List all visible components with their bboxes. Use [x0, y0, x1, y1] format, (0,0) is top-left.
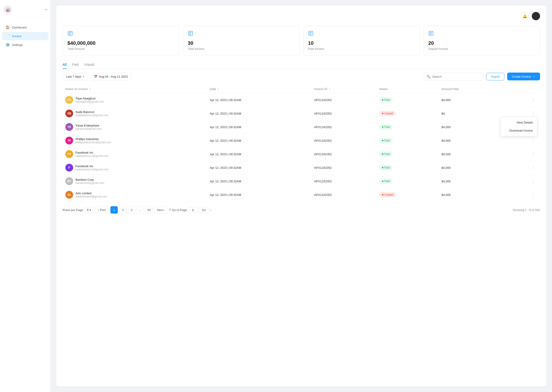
tab-all[interactable]: All	[63, 61, 67, 69]
status-badge: Paid	[379, 138, 392, 143]
page-btn-50[interactable]: 50	[145, 206, 153, 214]
status-badge: Paid	[379, 125, 392, 130]
search-wrap: 🔍	[424, 73, 483, 80]
cell-invoice-id: APX1242352	[311, 188, 376, 202]
rows-select[interactable]: 8 ▾	[84, 207, 94, 213]
goto-input[interactable]	[188, 207, 197, 213]
status-dot	[382, 194, 383, 196]
stat-icon-total-invoice	[188, 31, 295, 37]
chevron-down-icon: ▾	[89, 208, 91, 212]
tab-unpaid[interactable]: Unpaid	[84, 61, 94, 69]
more-options-button[interactable]: ⋮	[530, 137, 537, 144]
row-name-text: Facebook Inc	[75, 164, 108, 168]
sidebar-item-settings[interactable]: ⚙️ Settings	[2, 41, 49, 49]
cell-status: Paid	[377, 147, 439, 161]
stat-value-unpaid-invoice: 20	[428, 40, 535, 46]
row-email: ttaiyegbusi@gmail.com	[75, 100, 104, 103]
chevron-left-icon: ‹	[98, 208, 99, 212]
sidebar-item-label: Dashboard	[12, 26, 27, 29]
goto-chevron-right-icon: ›	[210, 208, 211, 212]
search-input[interactable]	[424, 73, 483, 80]
download-invoice-item[interactable]: Download Invoice	[501, 126, 537, 135]
page-btn-2[interactable]: 2	[119, 206, 126, 214]
cell-invoice-id: APX1242352	[311, 147, 376, 161]
status-dot	[382, 154, 383, 155]
stat-card-total-amount: $40,000,000 Total Amount	[63, 26, 179, 55]
row-name-text: Arto Limited	[75, 191, 107, 195]
rows-select-value: 8	[87, 208, 88, 212]
view-details-item[interactable]: View Details	[501, 119, 537, 126]
calendar-icon: 📅	[94, 75, 98, 78]
create-invoice-button[interactable]: Create Invoice ＋	[507, 73, 540, 80]
cell-name: TA Tope Aiyegbusi ttaiyegbusi@gmail.com	[63, 93, 207, 107]
stat-value-paid-invoice: 10	[308, 40, 415, 46]
go-button[interactable]: Go	[199, 207, 209, 213]
date-filter-button[interactable]: Last 7 days ▾	[63, 73, 88, 80]
notification-button[interactable]: 🔔	[521, 12, 529, 20]
row-name-text: Facebook Inc	[75, 151, 108, 154]
cell-amount: $4,000	[439, 147, 502, 161]
more-options-button[interactable]: ⋮	[530, 151, 537, 158]
invoice-table-wrap: Name on Invoice ⇅ Date ⇅ Invoice ID ⇅ St…	[63, 85, 540, 202]
cell-name: YE Yaraa Enterprises yaraaent@gmail.com	[63, 120, 207, 134]
cell-status: Paid	[377, 161, 439, 175]
row-name-text: Sade Basorun	[75, 110, 108, 114]
cell-menu: ⋮ View Details Download Invoice	[502, 107, 540, 120]
stat-value-total-amount: $40,000,000	[67, 40, 174, 46]
row-name-text: Yaraa Enterprises	[75, 124, 102, 127]
sidebar-item-invoice[interactable]: 📄 Invoice ›	[2, 32, 49, 40]
stat-label-paid-invoice: Paid Invoice	[308, 47, 415, 50]
cell-amount: $4,000	[439, 175, 502, 188]
row-avatar: PI	[65, 137, 73, 144]
row-email: artolimitedintl@gmail.com	[75, 195, 107, 198]
more-options-button[interactable]: ⋮	[530, 178, 537, 185]
rows-per-page: Rows per Page 8 ▾	[63, 207, 94, 213]
cell-name: AL Arto Limited artolimitedintl@gmail.co…	[63, 188, 207, 202]
row-name: FB Facebook Inc sadebashorun@gmail.com	[65, 150, 204, 158]
status-dot	[382, 167, 383, 168]
cell-amount: $4,000	[439, 134, 502, 147]
invoice-table: Name on Invoice ⇅ Date ⇅ Invoice ID ⇅ St…	[63, 85, 540, 202]
row-name-text: Tope Aiyegbusi	[75, 97, 104, 100]
stat-card-unpaid-invoice: 20 Unpaid Invoice	[423, 26, 540, 55]
col-status: Status	[377, 85, 439, 93]
more-options-button[interactable]: ⋮	[530, 191, 537, 198]
table-row: BC Bamboo Corp bamboointl@gmail.com Apr …	[63, 175, 540, 188]
status-badge: Paid	[379, 179, 392, 184]
more-options-button[interactable]: ⋮	[530, 97, 537, 103]
more-options-button[interactable]: ⋮	[530, 110, 537, 117]
tab-paid[interactable]: Paid	[72, 61, 79, 69]
stat-icon-paid-invoice	[308, 31, 415, 37]
cell-name: BC Bamboo Corp bamboointl@gmail.com	[63, 175, 207, 188]
stat-value-total-invoice: 30	[188, 40, 295, 46]
brand-header[interactable]: 🏭 ▾	[0, 4, 50, 18]
date-range-button[interactable]: 📅 Aug 04 - Aug 11 2023	[90, 73, 131, 80]
more-options-button[interactable]: ⋮	[530, 164, 537, 171]
stat-label-unpaid-invoice: Unpaid Invoice	[428, 47, 535, 50]
status-badge: Unpaid	[379, 192, 396, 197]
table-row: AL Arto Limited artolimitedintl@gmail.co…	[63, 188, 540, 202]
create-invoice-label: Create Invoice	[512, 75, 531, 78]
user-avatar-button[interactable]	[532, 12, 540, 20]
status-dot	[382, 126, 383, 128]
status-badge: Paid	[379, 97, 392, 102]
date-range-label: Aug 04 - Aug 11 2023	[99, 75, 128, 78]
next-button[interactable]: Next ›	[154, 207, 168, 213]
chevron-right-icon: ›	[44, 35, 45, 37]
page-btn-1[interactable]: 1	[110, 206, 118, 214]
row-avatar: YE	[65, 123, 73, 131]
search-icon: 🔍	[426, 75, 430, 78]
stat-icon-total-amount	[67, 31, 174, 37]
row-email: sadebashorun@gmail.com	[75, 168, 108, 171]
import-button[interactable]: Import	[486, 73, 504, 80]
content-card: 🔔 $40,000,000 Total Amount	[56, 6, 546, 386]
cell-date: Apr 12, 2023 | 09:32AM	[207, 147, 312, 161]
page-header: 🔔	[63, 12, 540, 20]
col-date: Date ⇅	[207, 85, 312, 93]
stat-card-paid-invoice: 10 Paid Invoice	[303, 26, 420, 55]
row-name: YE Yaraa Enterprises yaraaent@gmail.com	[65, 123, 204, 131]
sidebar-item-dashboard[interactable]: 🏠 Dashboard	[2, 23, 49, 31]
page-btn-3[interactable]: 3	[128, 206, 135, 214]
prev-button[interactable]: ‹ Prev	[95, 207, 109, 213]
table-row: TA Tope Aiyegbusi ttaiyegbusi@gmail.com …	[63, 93, 540, 107]
